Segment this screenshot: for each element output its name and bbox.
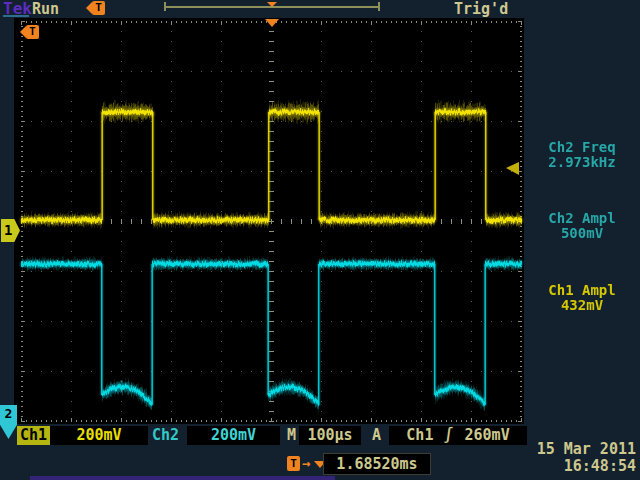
date-text: 15 Mar 2011 [537, 441, 636, 458]
trigger-mode-label: A [372, 426, 381, 445]
datetime-readout: 15 Mar 2011 16:48:54 [537, 441, 636, 475]
measurement-value: 432mV [528, 298, 636, 313]
trigger-level-arrow-icon [506, 162, 519, 175]
measurement-ch2-freq: Ch2 Freq 2.973kHz [528, 140, 636, 170]
right-arrow-icon: → [302, 455, 310, 471]
measurement-label: Ch1 Ampl [528, 283, 636, 298]
measurement-value: 2.973kHz [528, 155, 636, 170]
ch2-scale: 200mV [187, 426, 280, 445]
measurement-ch1-ampl: Ch1 Ampl 432mV [528, 283, 636, 313]
waveform-display [14, 18, 524, 424]
trigger-readout: Ch1 ∫ 260mV [389, 426, 527, 445]
timebase-label: M [287, 426, 296, 445]
trigger-position-icon: T [86, 1, 105, 15]
trigger-t-icon: T [287, 456, 300, 471]
acquisition-status: Run [32, 0, 59, 18]
trigger-level: 260mV [465, 426, 510, 444]
measurement-value: 500mV [528, 226, 636, 241]
record-trigger-marker-icon [267, 2, 277, 7]
record-right-bracket [378, 2, 380, 11]
trigger-horizontal-position-icon [265, 19, 279, 27]
ch2-label: Ch2 [152, 426, 179, 445]
time-text: 16:48:54 [537, 458, 636, 475]
tek-logo-underline [3, 15, 29, 17]
trigger-t-icon: T [26, 25, 39, 39]
trigger-t-icon: T [92, 1, 105, 15]
measurement-label: Ch2 Freq [528, 140, 636, 155]
trigger-status: Trig'd [454, 0, 508, 18]
measurement-ch2-ampl: Ch2 Ampl 500mV [528, 211, 636, 241]
ch2-ground-marker: 2 [0, 405, 17, 439]
trigger-reference-icon: T [20, 25, 39, 39]
oscilloscope-screen: Tek Run T Trig'd T 1 2 Ch2 Freq 2.973kHz… [0, 0, 640, 480]
menu-hint-strip [30, 476, 335, 480]
trigger-source: Ch1 [406, 426, 433, 444]
measurement-label: Ch2 Ampl [528, 211, 636, 226]
ch1-badge: Ch1 [17, 426, 50, 445]
timebase-value: 100µs [299, 426, 361, 445]
trigger-time-value: 1.68520ms [323, 453, 431, 475]
rising-edge-icon: ∫ [441, 426, 457, 445]
record-left-bracket [164, 2, 166, 11]
ch1-scale: 200mV [50, 426, 148, 445]
